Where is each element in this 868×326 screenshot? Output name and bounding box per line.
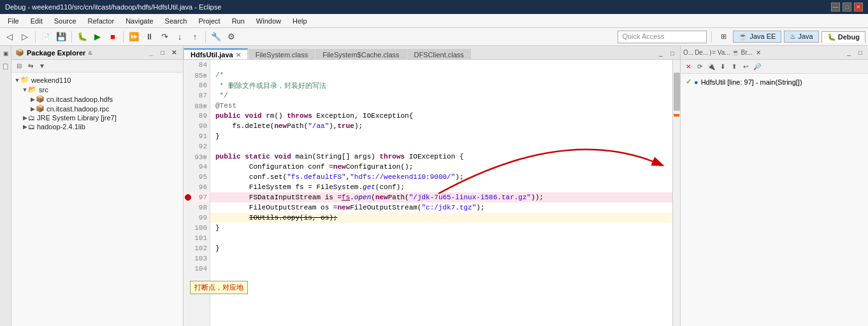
toolbar-resume[interactable]: ⏩	[127, 30, 141, 44]
side-icon-2[interactable]: 📋	[1, 61, 11, 71]
debug-icon-4[interactable]: 🔎	[752, 62, 762, 72]
quick-access-box[interactable]: Quick Access	[618, 31, 707, 43]
tab-filesystem[interactable]: FileSystem.class	[249, 49, 315, 59]
tree-view-menu[interactable]: ▼	[37, 61, 47, 71]
toolbar-save[interactable]: 💾	[54, 30, 68, 44]
minimize-panel-btn[interactable]: _	[146, 48, 156, 58]
close-panel-btn[interactable]: ✕	[169, 48, 179, 58]
debug-disconnect-btn[interactable]: 🔌	[706, 62, 716, 72]
tab-hdfsutil[interactable]: HdfsUtil.java ✕	[184, 48, 248, 59]
code-line-104	[210, 264, 672, 274]
src-label: src	[39, 86, 48, 94]
close-button[interactable]: ✕	[854, 3, 863, 11]
minimize-button[interactable]: —	[831, 3, 840, 11]
tab-hdfsutil-close[interactable]: ✕	[236, 52, 241, 59]
editor-minimize-btn[interactable]: _	[656, 48, 666, 58]
code-line-99: IOUtils.copy(is, os);	[210, 213, 672, 223]
maximize-button[interactable]: □	[843, 3, 851, 11]
menu-source[interactable]: Source	[49, 16, 82, 26]
code-comment-87: */	[215, 92, 228, 99]
code-line-95: conf.set("fs.defaultFS", "hdfs://weekend…	[210, 172, 672, 182]
ln-93: 93⊕	[184, 152, 210, 162]
right-close-btn[interactable]: ✕	[753, 48, 763, 58]
code-line-88: @Test	[210, 101, 672, 111]
tab-filesystem-label: FileSystem.class	[256, 51, 308, 59]
toolbar-stepinto[interactable]: ↓	[173, 30, 187, 44]
toolbar-stop[interactable]: ■	[106, 30, 120, 44]
menu-window[interactable]: Window	[251, 16, 286, 26]
tab-dfsclient[interactable]: DFSClient.class	[407, 49, 471, 59]
debug-step-btn[interactable]: ⟳	[695, 62, 705, 72]
code-editor: 84 85⊕ 86 87 88⊕ 89 90 91 92 93⊕ 94 95 9…	[184, 60, 680, 326]
right-min-btn[interactable]: _	[844, 48, 854, 58]
perspective-java[interactable]: ♨ Java	[784, 31, 818, 43]
tree-item-src[interactable]: ▼ 📂 src	[11, 85, 183, 94]
toolbar-stepover[interactable]: ↷	[157, 30, 171, 44]
debug-stack: ✓ ● HdfsUtil [line: 97] - main(String[])	[681, 74, 868, 326]
breakpoint-dot-97	[185, 194, 191, 201]
right-max-btn[interactable]: □	[855, 48, 865, 58]
toolbar-suspend[interactable]: ⏸	[142, 30, 156, 44]
side-icon-1[interactable]: ▣	[1, 48, 11, 59]
menu-project[interactable]: Project	[193, 16, 225, 26]
tab-filesystemcache[interactable]: FileSystem$Cache.class	[315, 49, 406, 59]
package-explorer-icon: 📦	[15, 48, 24, 57]
toolbar-back[interactable]: ◁	[3, 30, 17, 44]
debug-icon-2[interactable]: ⬆	[729, 62, 739, 72]
perspective-debug[interactable]: 🐛 Debug	[821, 31, 865, 43]
jre-label: JRE System Library [jre7]	[37, 114, 117, 122]
toolbar-new[interactable]: 📄	[39, 30, 53, 44]
code-line-90: fs.delete(new Path("/aa"), true);	[210, 121, 672, 131]
debug-icon-1[interactable]: ⬇	[718, 62, 728, 72]
toolbar-debug[interactable]: 🐛	[75, 30, 89, 44]
ln-86: 86	[184, 80, 210, 90]
ln-97: 97	[184, 192, 210, 202]
toolbar-misc2[interactable]: ⚙	[224, 30, 238, 44]
menu-help[interactable]: Help	[287, 16, 312, 26]
code-line-98: FileOutputStream os = new FileOutputStre…	[210, 202, 672, 213]
breakpoint-marker	[674, 114, 679, 117]
jre-icon: 🗂	[28, 114, 35, 122]
menu-file[interactable]: File	[3, 16, 24, 26]
tree-item-rpc[interactable]: ▶ 📦 cn.itcast.hadoop.rpc	[11, 104, 183, 113]
code-line-94: Configuration conf = new Configuration()…	[210, 162, 672, 172]
toolbar-perspective-icon[interactable]: ⊞	[716, 30, 730, 44]
maximize-panel-btn[interactable]: □	[157, 48, 168, 58]
menu-search[interactable]: Search	[160, 16, 192, 26]
toolbar-forward[interactable]: ▷	[18, 30, 32, 44]
tree-collapse-all[interactable]: ⊟	[14, 61, 24, 71]
tooltip-text: 打断点，对应地	[194, 283, 243, 291]
debug-panel-label4: ☕ Br...	[732, 49, 753, 56]
toolbar-misc1[interactable]: 🔧	[209, 30, 223, 44]
stack-item-hdfsutil[interactable]: ✓ ● HdfsUtil [line: 97] - main(String[])	[683, 76, 865, 87]
code-content[interactable]: /* * 删除文件或目录，封装好的写法 */ @Test public void…	[210, 60, 672, 326]
menu-navigate[interactable]: Navigate	[120, 16, 158, 26]
package-rpc-label: cn.itcast.hadoop.rpc	[47, 105, 109, 113]
tooltip-popup: 打断点，对应地	[190, 281, 248, 294]
menu-bar: File Edit Source Refactor Navigate Searc…	[0, 14, 868, 28]
debug-icon-3[interactable]: ↩	[741, 62, 751, 72]
menu-refactor[interactable]: Refactor	[83, 16, 120, 26]
toolbar-run[interactable]: ▶	[90, 30, 105, 44]
tree-arrow-rpc: ▶	[29, 106, 36, 112]
code-line-85: /*	[210, 70, 672, 80]
vertical-scrollbar[interactable]	[672, 60, 680, 326]
menu-edit[interactable]: Edit	[25, 16, 48, 26]
tree-item-project[interactable]: ▼ 📁 weekend110	[11, 75, 183, 85]
tree-link-editor[interactable]: ⇆	[25, 61, 36, 71]
tab-filesystemcache-label: FileSystem$Cache.class	[322, 51, 399, 59]
toolbar: ◁ ▷ 📄 💾 🐛 ▶ ■ ⏩ ⏸ ↷ ↓ ↑ 🔧 ⚙ Quick Access…	[0, 28, 868, 46]
menu-run[interactable]: Run	[227, 16, 250, 26]
tree-item-hadoop[interactable]: ▶ 🗂 hadoop-2.4.1lib	[11, 122, 183, 131]
project-icon: 📁	[20, 76, 29, 84]
ln-99: 99	[184, 213, 210, 223]
editor-maximize-btn[interactable]: □	[667, 48, 677, 58]
debug-resume-btn[interactable]: ✕	[683, 62, 693, 72]
perspective-java-ee[interactable]: ☕ Java EE	[733, 31, 781, 43]
ln-88: 88⊕	[184, 101, 210, 111]
tree-arrow-project: ▼	[14, 77, 20, 83]
tree-item-jre[interactable]: ▶ 🗂 JRE System Library [jre7]	[11, 113, 183, 122]
tree-item-hdfs[interactable]: ▶ 📦 cn.itcast.hadoop.hdfs	[11, 94, 183, 104]
scrollbar-thumb[interactable]	[674, 73, 680, 111]
toolbar-stepreturn[interactable]: ↑	[188, 30, 202, 44]
